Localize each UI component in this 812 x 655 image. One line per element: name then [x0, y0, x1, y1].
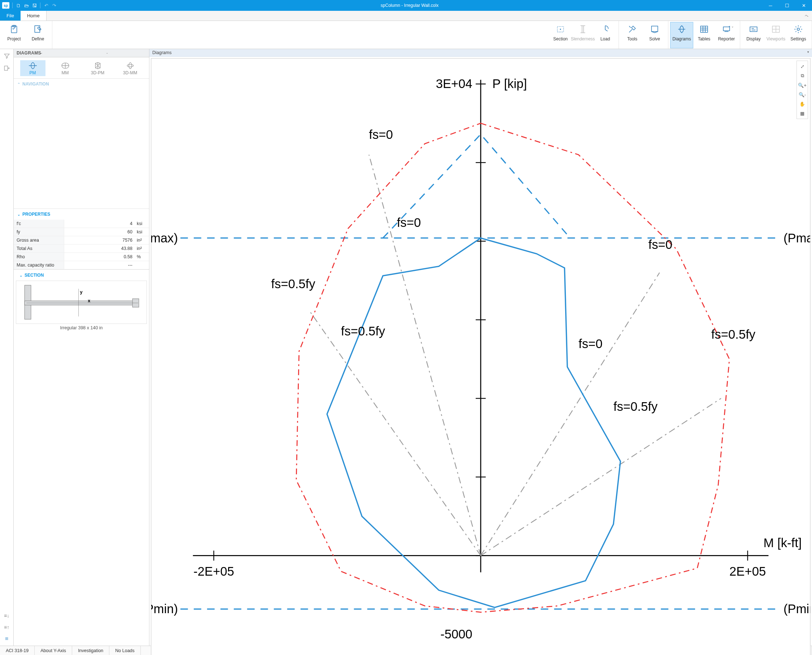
section-header[interactable]: ⌄SECTION — [16, 272, 147, 281]
property-value: 4 — [64, 220, 135, 228]
display-icon — [748, 24, 759, 35]
load-button[interactable]: Load — [594, 22, 616, 48]
chart-tool-strip: ⤢ ⧉ 🔍+ 🔍- ✋ ▦ — [797, 61, 808, 119]
svg-text:(Pmin): (Pmin) — [783, 602, 810, 616]
filter-icon[interactable] — [3, 52, 11, 60]
svg-line-42 — [369, 155, 481, 555]
project-button[interactable]: Project — [2, 22, 26, 48]
tables-button[interactable]: Tables — [693, 22, 715, 48]
svg-text:fs=0: fs=0 — [649, 238, 672, 251]
ribbon: Project Define Section Slenderness Load … — [0, 21, 812, 49]
svg-text:fs=0.5fy: fs=0.5fy — [613, 400, 658, 414]
svg-line-45 — [481, 398, 721, 556]
panel-title: DIAGRAMS — [14, 49, 149, 57]
property-row: Max. capacity ratio--- — [14, 261, 149, 269]
3d-pm-tab[interactable]: 3D-PM⌄ — [85, 60, 111, 76]
open-file-icon[interactable]: 🗁 — [23, 3, 29, 8]
section-icon — [555, 24, 566, 35]
svg-text:fs=0: fs=0 — [397, 216, 421, 229]
home-tab[interactable]: Home — [20, 11, 46, 20]
sort-up-icon[interactable]: ≡↑ — [3, 623, 11, 631]
status-mode[interactable]: Investigation — [72, 646, 109, 655]
zoom-in-icon[interactable]: 🔍+ — [798, 81, 807, 89]
section-preview: y x — [16, 281, 147, 324]
property-name: Total As — [14, 244, 64, 252]
diagrams-panel: DIAGRAMS PM⌄ MM 3D-PM⌄ 3D-MM ⌃NAVIGATION… — [14, 49, 149, 646]
close-button[interactable]: ✕ — [795, 0, 812, 11]
status-axis[interactable]: About Y-Axis — [35, 646, 72, 655]
svg-line-44 — [481, 273, 660, 556]
properties-header[interactable]: ⌄PROPERTIES — [14, 209, 149, 220]
svg-text:fs=0: fs=0 — [369, 128, 393, 141]
property-value: 7576 — [64, 236, 135, 244]
tools-icon — [627, 24, 638, 35]
status-loads[interactable]: No Loads — [109, 646, 141, 655]
file-tab[interactable]: File — [0, 11, 20, 20]
property-row: Rho0.58% — [14, 253, 149, 261]
status-code[interactable]: ACI 318-19 — [0, 646, 35, 655]
pencil-doc-icon — [32, 24, 43, 35]
menu-icon[interactable]: ≡ — [3, 635, 11, 643]
pm-interaction-diagram[interactable]: -2E+052E+053E+04-5000P [kip]M [k-ft](Pma… — [151, 58, 810, 655]
property-unit — [135, 261, 149, 269]
section-dimensions-label: Irregular 398 x 140 in — [16, 324, 147, 332]
section-button[interactable]: Section — [549, 22, 572, 48]
svg-rect-6 — [701, 26, 708, 32]
mm-tab[interactable]: MM — [53, 60, 78, 76]
sort-down-icon[interactable]: ≡↓ — [3, 612, 11, 620]
ribbon-collapse-icon[interactable]: ヘ — [801, 11, 812, 20]
property-name: Rho — [14, 253, 64, 261]
maximize-button[interactable]: ☐ — [779, 0, 795, 11]
svg-text:2E+05: 2E+05 — [729, 564, 766, 578]
svg-text:3E+04: 3E+04 — [436, 77, 472, 91]
export-icon[interactable] — [3, 64, 11, 72]
title-bar: sp 🗋 🗁 🖫 ↶ ↷ spColumn - Irregular Wall.c… — [0, 0, 812, 11]
gear-icon — [793, 24, 804, 35]
pan-icon[interactable]: ✋ — [798, 100, 807, 108]
tools-button[interactable]: Tools — [621, 22, 644, 48]
property-row: Gross area7576in² — [14, 236, 149, 244]
left-tool-strip: ≡↓ ≡↑ ≡ — [0, 49, 14, 646]
property-unit: % — [135, 253, 149, 261]
property-row: Total As43.88in² — [14, 244, 149, 253]
svg-text:(Pmax): (Pmax) — [151, 231, 178, 245]
define-button[interactable]: Define — [26, 22, 50, 48]
svg-text:(Pmin): (Pmin) — [151, 602, 178, 616]
solve-button[interactable]: Solve — [644, 22, 666, 48]
property-value: --- — [64, 261, 135, 269]
property-name: fy — [14, 228, 64, 236]
property-unit: in² — [135, 236, 149, 244]
window-title: spColumn - Irregular Wall.colx — [57, 3, 762, 8]
svg-text:P [kip]: P [kip] — [492, 77, 527, 91]
minimize-button[interactable]: ─ — [762, 0, 779, 11]
y-axis-label: y — [80, 289, 83, 295]
clipboard-icon — [9, 24, 20, 35]
diagrams-button[interactable]: Diagrams — [670, 22, 693, 48]
navigation-header[interactable]: ⌃NAVIGATION — [14, 78, 149, 89]
zoom-out-icon[interactable]: 🔍- — [798, 90, 807, 99]
viewport-dropdown-icon[interactable]: ▾ — [807, 50, 809, 55]
zoom-window-icon[interactable]: ⧉ — [798, 71, 807, 80]
3d-mm-tab[interactable]: 3D-MM — [118, 60, 143, 76]
grid-icon[interactable]: ▦ — [798, 109, 807, 118]
reporter-button[interactable]: ⌄Reporter — [715, 22, 738, 48]
property-value: 0.58 — [64, 253, 135, 261]
pm-tab[interactable]: PM⌄ — [20, 60, 45, 76]
property-unit: in² — [135, 244, 149, 252]
redo-icon[interactable]: ↷ — [51, 3, 57, 8]
property-value: 43.88 — [64, 244, 135, 252]
load-icon — [600, 24, 611, 35]
save-icon[interactable]: 🖫 — [31, 3, 37, 8]
property-name: Gross area — [14, 236, 64, 244]
undo-icon[interactable]: ↶ — [43, 3, 49, 8]
viewports-icon — [770, 24, 781, 35]
zoom-extents-icon[interactable]: ⤢ — [798, 62, 807, 71]
svg-rect-11 — [4, 66, 8, 70]
display-button[interactable]: Display — [742, 22, 765, 48]
new-file-icon[interactable]: 🗋 — [15, 3, 21, 8]
svg-text:fs=0: fs=0 — [578, 337, 602, 351]
settings-button[interactable]: Settings — [787, 22, 809, 48]
svg-rect-2 — [35, 26, 40, 32]
svg-rect-7 — [723, 27, 729, 31]
svg-text:-2E+05: -2E+05 — [193, 564, 234, 578]
